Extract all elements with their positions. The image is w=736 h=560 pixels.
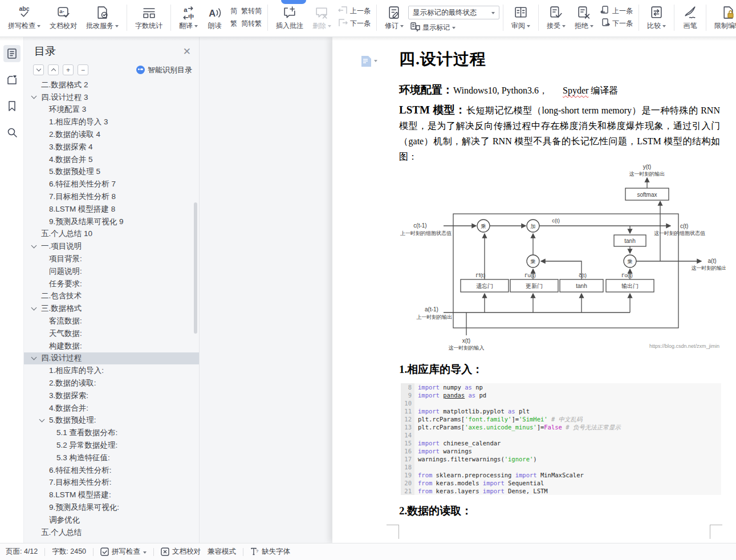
toc-item[interactable]: 项目背景: — [24, 253, 199, 265]
line-number: 21 — [401, 487, 414, 495]
toc-item[interactable]: 一.项目说明 — [24, 240, 199, 253]
toc-item[interactable]: 二.数据格式 2 — [24, 79, 199, 91]
wps-review-window: abc 拼写检查 a- 文档校对 批改服务 字数统计 a中 翻译 A 朗读 简 — [0, 0, 736, 560]
toc-item[interactable]: 5.3 构造特征值: — [24, 452, 199, 464]
expand-arrow-icon[interactable] — [31, 94, 37, 99]
toc-item[interactable]: 五.个人总结 — [24, 526, 199, 539]
reject-button[interactable]: 拒绝 — [570, 3, 598, 31]
rail-outline-button[interactable] — [3, 45, 21, 62]
simp-to-trad-button[interactable]: 繁 简转繁 — [227, 18, 264, 29]
svg-text:c(t-1): c(t-1) — [413, 222, 426, 229]
toc-item-label: 8.LSTM 模型搭建 8 — [49, 204, 115, 214]
toc-item[interactable]: 二.包含技术 — [24, 290, 199, 303]
toc-item[interactable]: 五.个人总结 10 — [24, 228, 199, 241]
rail-chapter-button[interactable] — [3, 71, 21, 88]
expand-level-button[interactable]: + — [63, 64, 74, 75]
document-page[interactable]: 四.设计过程 环境配置：Windows10, Python3.6，Spyder … — [332, 37, 736, 543]
toc-item[interactable]: 1.相应库的导入: — [24, 364, 199, 377]
delete-comment-button[interactable]: 删除 — [308, 3, 336, 31]
doc-proofread-button[interactable]: a- 文档校对 — [45, 3, 82, 31]
toc-item[interactable]: 构建数据: — [24, 340, 199, 352]
word-count-button[interactable]: 字数统计 — [131, 3, 167, 31]
restrict-edit-button[interactable]: 限制编辑 — [710, 3, 736, 31]
status-compat-mode[interactable]: 兼容模式 — [208, 547, 236, 557]
code-line: 10 — [401, 399, 721, 407]
prev-comment-button[interactable]: 上一条 — [336, 5, 373, 16]
toc-item[interactable]: 6.特征相关性分析: — [24, 464, 199, 477]
pen-button[interactable]: 画笔 — [678, 3, 702, 31]
expand-arrow-icon[interactable] — [31, 242, 37, 248]
prev-change-button[interactable]: 上一条 — [598, 5, 635, 16]
expand-all-button[interactable] — [33, 64, 44, 75]
toc-item[interactable]: 调参优化 — [24, 514, 199, 526]
toc-item[interactable]: 三.数据格式 — [24, 302, 199, 315]
word-count-indicator[interactable]: 字数: 2450 — [52, 547, 86, 557]
toc-item[interactable]: 2.数据的读取 4 — [24, 128, 199, 141]
trad-to-simp-button[interactable]: 简 繁转简 — [227, 5, 264, 16]
toc-item[interactable]: 7.目标相关性分析 8 — [24, 190, 199, 203]
rail-search-button[interactable] — [3, 124, 21, 141]
toc-item-label: 三.数据格式 — [41, 303, 82, 314]
review-service-icon — [95, 5, 110, 21]
toc-item[interactable]: 4.数据合并 5 — [24, 153, 199, 166]
rail-bookmark-button[interactable] — [3, 98, 21, 115]
toc-item[interactable]: 6.特征相关性分析 7 — [24, 178, 199, 190]
toc-item[interactable]: 问题说明: — [24, 265, 199, 278]
next-change-button[interactable]: 下一条 — [598, 18, 635, 29]
toc-item[interactable]: 7.目标相关性分析: — [24, 477, 199, 489]
toc-item[interactable]: 9.预测及结果可视化: — [24, 501, 199, 514]
spell-check-button[interactable]: abc 拼写检查 — [3, 3, 45, 31]
toc-item[interactable]: 客流数据: — [24, 315, 199, 327]
show-markup-button[interactable]: 显示标记 — [408, 22, 499, 33]
code-line: 20from keras.models import Sequential — [401, 479, 721, 487]
toc-item[interactable]: 3.数据探索: — [24, 389, 199, 402]
review-mode-button[interactable]: 审阅 — [507, 3, 535, 31]
toc-item[interactable]: 5.数据预处理 5 — [24, 166, 199, 178]
expand-arrow-icon[interactable] — [39, 416, 45, 422]
read-aloud-button[interactable]: A 朗读 — [202, 3, 227, 31]
collapse-all-button[interactable] — [48, 64, 59, 75]
toc-item[interactable]: 3.数据探索 4 — [24, 141, 199, 153]
status-spell-check[interactable]: 拼写检查 — [100, 547, 147, 557]
translate-icon: a中 — [181, 5, 196, 21]
toc-item[interactable]: 5.2 异常数据处理: — [24, 439, 199, 452]
page-indicator[interactable]: 页面: 4/12 — [6, 547, 38, 557]
markup-state-select[interactable]: 显示标记的最终状态 — [408, 6, 499, 19]
expand-arrow-icon[interactable] — [31, 354, 37, 360]
accept-button[interactable]: 接受 — [542, 3, 570, 31]
toc-item-label: 构建数据: — [49, 341, 82, 351]
toc-item[interactable]: 天气数据: — [24, 327, 199, 340]
toc-item[interactable]: 四.设计过程 3 — [24, 91, 199, 104]
toc-item-label: 6.特征相关性分析 7 — [49, 179, 116, 189]
page-options-button[interactable] — [361, 55, 377, 67]
translate-button[interactable]: a中 翻译 — [174, 3, 202, 31]
toc-scrollbar-thumb[interactable] — [194, 202, 197, 334]
status-missing-font[interactable]: ? 缺失字体 — [250, 547, 290, 557]
expand-arrow-icon[interactable] — [31, 305, 37, 310]
toc-item-label: 项目背景: — [49, 254, 82, 264]
smart-recognize-button[interactable]: 智能识别目录 — [136, 65, 192, 75]
status-bar: 页面: 4/12 字数: 2450 拼写检查 文档校对 兼容模式 ? 缺失字体 — [0, 543, 736, 560]
review-service-button[interactable]: 批改服务 — [82, 3, 123, 31]
compare-button[interactable]: 比较 — [643, 3, 670, 31]
collapse-level-button[interactable]: − — [78, 64, 88, 75]
toc-item[interactable]: 5.1 查看数据分布: — [24, 427, 199, 439]
toc-item[interactable]: 环境配置 3 — [24, 104, 199, 116]
svg-text:乘: 乘 — [530, 259, 536, 265]
toc-item[interactable]: 8.LSTM 模型搭建 8 — [24, 203, 199, 216]
toc-item[interactable]: 四.设计过程 — [24, 352, 199, 365]
toc-item[interactable]: 1.相应库的导入 3 — [24, 116, 199, 128]
svg-text:更新门: 更新门 — [526, 283, 543, 289]
toc-item[interactable]: 8.LSTM 模型搭建: — [24, 489, 199, 501]
dropdown-caret — [115, 25, 119, 27]
toc-item[interactable]: 5.数据预处理: — [24, 415, 199, 427]
toc-item[interactable]: 2.数据的读取: — [24, 377, 199, 389]
close-icon[interactable]: ✕ — [183, 47, 191, 56]
toc-item[interactable]: 4.数据合并: — [24, 402, 199, 415]
status-doc-proofread[interactable]: 文档校对 — [161, 547, 201, 557]
next-comment-button[interactable]: 下一条 — [336, 18, 373, 29]
track-changes-button[interactable]: 修订 — [380, 3, 408, 31]
toc-item[interactable]: 任务要求: — [24, 278, 199, 290]
insert-comment-button[interactable]: 插入批注 — [271, 3, 308, 31]
toc-item[interactable]: 9.预测及结果可视化 9 — [24, 216, 199, 228]
